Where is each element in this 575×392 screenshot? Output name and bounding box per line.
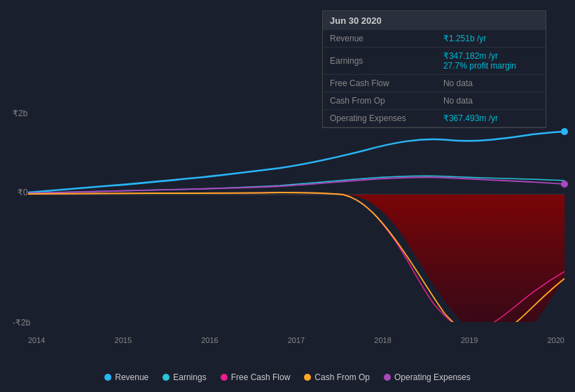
y-axis-mid: ₹0 — [18, 188, 28, 197]
legend-cashfromop[interactable]: Cash From Op — [304, 372, 370, 382]
x-label-2020: 2020 — [547, 336, 564, 344]
legend-dot-revenue — [104, 374, 111, 381]
legend-label-fcf: Free Cash Flow — [231, 372, 291, 382]
x-label-2018: 2018 — [374, 336, 391, 344]
legend-dot-fcf — [221, 374, 228, 381]
tooltip-label-opex: Operating Expenses — [323, 110, 436, 127]
y-axis-top: ₹2b — [13, 108, 27, 118]
tooltip-row-opex: Operating Expenses ₹367.493m /yr — [323, 110, 546, 127]
tooltip-value-revenue: ₹1.251b /yr — [436, 30, 546, 48]
x-label-2015: 2015 — [115, 336, 132, 344]
chart-legend: Revenue Earnings Free Cash Flow Cash Fro… — [0, 372, 575, 382]
tooltip-box: Jun 30 2020 Revenue ₹1.251b /yr Earnings… — [322, 10, 546, 128]
legend-revenue[interactable]: Revenue — [104, 372, 148, 382]
x-label-2019: 2019 — [461, 336, 478, 344]
svg-point-2 — [561, 128, 568, 135]
legend-earnings[interactable]: Earnings — [162, 372, 206, 382]
x-label-2017: 2017 — [288, 336, 305, 344]
tooltip-table: Revenue ₹1.251b /yr Earnings ₹347.182m /… — [323, 30, 546, 127]
tooltip-value-fcf: No data — [436, 75, 546, 92]
x-axis: 2014 2015 2016 2017 2018 2019 2020 — [28, 336, 564, 344]
legend-dot-earnings — [162, 374, 169, 381]
tooltip-label-earnings: Earnings — [323, 48, 436, 75]
tooltip-profit-margin: 27.7% profit margin — [443, 61, 516, 71]
tooltip-value-cashfromop: No data — [436, 92, 546, 110]
legend-label-revenue: Revenue — [115, 372, 148, 382]
tooltip-header: Jun 30 2020 — [323, 11, 546, 30]
tooltip-row-cashfromop: Cash From Op No data — [323, 92, 546, 110]
legend-dot-opex — [384, 374, 391, 381]
legend-fcf[interactable]: Free Cash Flow — [221, 372, 291, 382]
legend-label-opex: Operating Expenses — [394, 372, 471, 382]
tooltip-row-fcf: Free Cash Flow No data — [323, 75, 546, 92]
x-label-2014: 2014 — [28, 336, 45, 344]
legend-opex[interactable]: Operating Expenses — [384, 372, 471, 382]
legend-dot-cashfromop — [304, 374, 311, 381]
y-axis-bot: -₹2b — [13, 318, 30, 328]
tooltip-label-cashfromop: Cash From Op — [323, 92, 436, 110]
tooltip-label-fcf: Free Cash Flow — [323, 75, 436, 92]
tooltip-row-revenue: Revenue ₹1.251b /yr — [323, 30, 546, 48]
tooltip-label-revenue: Revenue — [323, 30, 436, 48]
tooltip-value-earnings: ₹347.182m /yr 27.7% profit margin — [436, 48, 546, 75]
legend-label-cashfromop: Cash From Op — [314, 372, 370, 382]
x-label-2016: 2016 — [201, 336, 218, 344]
legend-label-earnings: Earnings — [173, 372, 206, 382]
tooltip-row-earnings: Earnings ₹347.182m /yr 27.7% profit marg… — [323, 48, 546, 75]
svg-point-3 — [561, 181, 568, 188]
tooltip-value-opex: ₹367.493m /yr — [436, 110, 546, 127]
chart-area: ₹2b ₹0 -₹2b 2014 2015 2016 2017 2018 201… — [0, 0, 575, 392]
